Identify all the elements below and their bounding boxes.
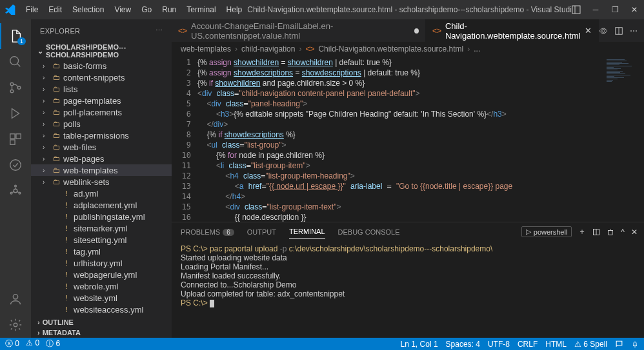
menu-go[interactable]: Go <box>136 3 157 17</box>
tree-item[interactable]: !website.yml <box>31 292 172 304</box>
breadcrumb[interactable]: web-templates› child-navigation› <>Child… <box>172 42 644 56</box>
status-warnings[interactable]: ⚠ 0 <box>26 338 39 349</box>
folder-icon: 🗀 <box>52 166 61 174</box>
split-terminal-icon[interactable] <box>592 228 600 236</box>
panel-tab-terminal[interactable]: TERMINAL <box>289 225 325 238</box>
tree-item[interactable]: !webpagerule.yml <box>31 269 172 280</box>
kill-terminal-icon[interactable] <box>607 228 614 236</box>
layout-icon[interactable] <box>572 5 581 14</box>
explorer-badge: 1 <box>17 37 26 45</box>
tree-item[interactable]: !webrole.yml <box>31 280 172 292</box>
panel-tab-problems[interactable]: PROBLEMS6 <box>181 226 234 238</box>
activity-extensions[interactable] <box>0 126 31 152</box>
tree-label: website.yml <box>74 293 117 303</box>
tree-label: page-templates <box>63 96 121 106</box>
tree-label: ad.yml <box>74 189 98 199</box>
status-spell[interactable]: ⚠ 6 Spell <box>574 340 607 349</box>
split-editor-icon[interactable] <box>614 26 623 35</box>
status-encoding[interactable]: UTF-8 <box>488 340 510 349</box>
yml-file-icon: ! <box>62 213 71 220</box>
maximize-panel-icon[interactable]: ^ <box>621 228 625 237</box>
tree-item[interactable]: !websiteaccess.yml <box>31 304 172 315</box>
status-spaces[interactable]: Spaces: 4 <box>446 340 480 349</box>
more-actions-icon[interactable]: ⋯ <box>630 26 638 35</box>
folder-icon: 🗀 <box>52 62 61 70</box>
vscode-logo-icon <box>5 5 15 15</box>
metadata-section[interactable]: ›METADATA <box>31 327 172 338</box>
status-feedback-icon[interactable] <box>615 340 623 348</box>
activity-scm[interactable] <box>0 75 31 101</box>
tree-label: lists <box>63 84 77 94</box>
tree-label: sitemarker.yml <box>74 224 128 233</box>
svg-point-12 <box>15 185 17 187</box>
folder-icon: 🗀 <box>52 131 61 139</box>
tree-item[interactable]: ›🗀lists <box>31 83 172 95</box>
activity-extra-1[interactable] <box>0 152 31 178</box>
tree-item[interactable]: !sitemarker.yml <box>31 222 172 234</box>
tree-item[interactable]: !ad.yml <box>31 188 172 199</box>
status-eol[interactable]: CRLF <box>518 340 538 349</box>
menu-file[interactable]: File <box>21 3 43 17</box>
tree-label: weblink-sets <box>63 177 110 187</box>
preview-icon[interactable] <box>599 26 608 35</box>
minimap[interactable] <box>605 56 644 222</box>
folder-icon: 🗀 <box>52 108 61 116</box>
tree-item[interactable]: ›🗀web-files <box>31 141 172 153</box>
tree-item[interactable]: ›🗀content-snippets <box>31 72 172 83</box>
tree-item[interactable]: ›🗀poll-placements <box>31 106 172 118</box>
tree-item[interactable]: !tag.yml <box>31 246 172 257</box>
menu-run[interactable]: Run <box>157 3 181 17</box>
tree-item[interactable]: ›🗀page-templates <box>31 95 172 106</box>
editor-area: <> Account-ChangeEmail-EmailLabel.en-US.… <box>172 19 644 338</box>
terminal[interactable]: PS C:\> pac paportal upload -p c:\dev\sc… <box>172 242 644 338</box>
tree-item[interactable]: !urlhistory.yml <box>31 257 172 269</box>
yml-file-icon: ! <box>62 236 71 244</box>
tree-item[interactable]: ›🗀basic-forms <box>31 60 172 72</box>
activity-run[interactable] <box>0 101 31 126</box>
yml-file-icon: ! <box>62 224 71 232</box>
status-bell-icon[interactable] <box>631 340 639 348</box>
tab-label: Child-Navigation.webtemplate.source.html <box>445 21 581 41</box>
new-terminal-icon[interactable]: ＋ <box>578 226 586 237</box>
tree-item[interactable]: !publishingstate.yml <box>31 211 172 222</box>
activity-search[interactable] <box>0 49 31 75</box>
folder-icon: 🗀 <box>52 120 61 128</box>
close-button[interactable]: ✕ <box>630 5 639 14</box>
tree-item[interactable]: !adplacement.yml <box>31 199 172 211</box>
terminal-shell-select[interactable]: ▷powershell <box>521 226 572 237</box>
tab-inactive[interactable]: <> Account-ChangeEmail-EmailLabel.en-US.… <box>172 19 426 42</box>
tree-item[interactable]: !sitesetting.yml <box>31 234 172 246</box>
status-cursor[interactable]: Ln 1, Col 1 <box>401 340 438 349</box>
panel-tab-debug[interactable]: DEBUG CONSOLE <box>338 226 400 238</box>
activity-extra-2[interactable] <box>0 178 31 204</box>
status-errors[interactable]: ⓧ 0 <box>5 338 19 349</box>
menu-view[interactable]: View <box>109 3 136 17</box>
status-info[interactable]: ⓘ 6 <box>46 338 60 349</box>
menu-terminal[interactable]: Terminal <box>181 3 221 17</box>
tree-item[interactable]: ›🗀weblink-sets <box>31 176 172 188</box>
outline-section[interactable]: ›OUTLINE <box>31 317 172 327</box>
tree-item[interactable]: ›🗀table-permissions <box>31 130 172 141</box>
code-editor[interactable]: {% assign showchildren = showchildren | … <box>197 56 605 222</box>
activity-settings[interactable] <box>0 312 31 338</box>
status-lang[interactable]: HTML <box>545 340 567 349</box>
workspace-header[interactable]: ⌄SCHOLARSHIPDEMO---SCHOLARSHIPDEMO <box>31 42 172 60</box>
activity-explorer[interactable]: 1 <box>0 23 31 49</box>
maximize-button[interactable]: ❐ <box>610 5 619 14</box>
tab-active[interactable]: <> Child-Navigation.webtemplate.source.h… <box>426 19 599 42</box>
menu-help[interactable]: Help <box>221 3 248 17</box>
tree-label: publishingstate.yml <box>74 212 145 222</box>
close-tab-icon[interactable]: ✕ <box>585 26 592 35</box>
close-panel-icon[interactable]: ✕ <box>631 228 638 237</box>
minimize-button[interactable]: ─ <box>591 5 600 14</box>
menu-edit[interactable]: Edit <box>43 3 67 17</box>
folder-icon: 🗀 <box>52 97 61 104</box>
window-title: Child-Navigation.webtemplate.source.html… <box>247 5 572 14</box>
tree-item[interactable]: ›🗀web-pages <box>31 153 172 164</box>
activity-account[interactable] <box>0 286 31 312</box>
panel-tab-output[interactable]: OUTPUT <box>247 226 276 238</box>
sidebar-more-icon[interactable]: ⋯ <box>156 26 163 35</box>
menu-selection[interactable]: Selection <box>67 3 109 17</box>
tree-item[interactable]: ›🗀polls <box>31 118 172 130</box>
tree-item[interactable]: ›🗀web-templates <box>31 164 172 176</box>
